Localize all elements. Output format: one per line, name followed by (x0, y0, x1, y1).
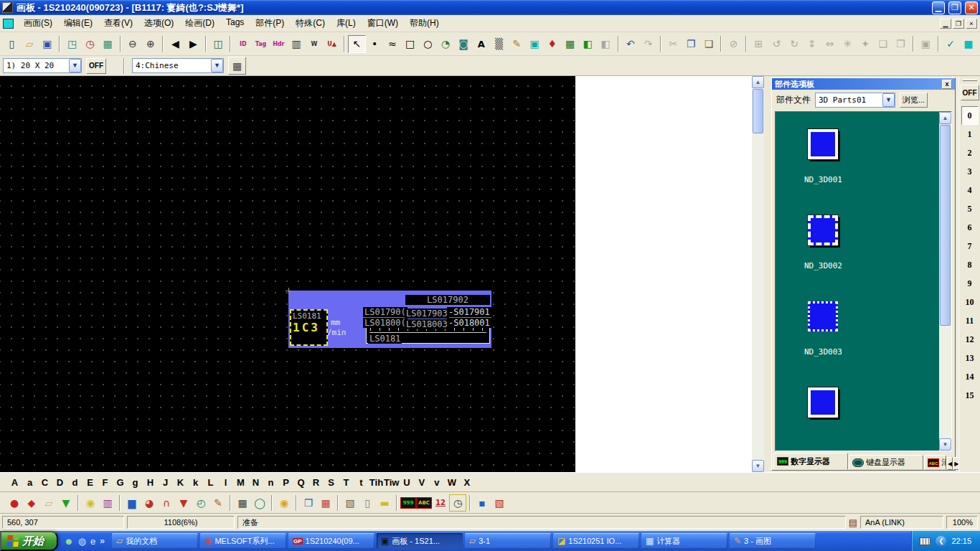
child-close-button[interactable]: × (966, 19, 977, 29)
text-tool-icon[interactable]: A (472, 35, 490, 53)
hmi-part-group[interactable]: LS0181 1C3 mm /min LS017902 LS01790( LS0… (288, 291, 491, 348)
scroll-down-icon[interactable]: ▼ (752, 460, 764, 472)
stripe-part-icon[interactable]: ▥ (288, 35, 306, 53)
palette-scrollbar[interactable]: ▲ ▼ (939, 112, 951, 451)
prev-screen-icon[interactable]: ◀ (166, 35, 184, 53)
letter-tool-button[interactable]: S (324, 477, 339, 488)
drawing-canvas[interactable]: LS0181 1C3 mm /min LS017902 LS01790( LS0… (0, 76, 575, 472)
trend-graph-icon[interactable]: ∩ (158, 494, 175, 512)
device-label[interactable]: LS0181 (368, 334, 402, 344)
tab-scroll-left-icon[interactable]: ◀ (947, 457, 953, 470)
state-button[interactable]: 15 (961, 386, 979, 405)
copy-icon[interactable]: ❐ (682, 35, 700, 53)
state-button[interactable]: 4 (961, 181, 979, 199)
menu-item[interactable]: Tags (220, 15, 250, 32)
send-back-icon[interactable]: ❐ (892, 35, 910, 53)
menu-item[interactable]: 部件(P) (250, 15, 290, 32)
parts-move-icon[interactable]: ▧ (341, 494, 359, 512)
part-nd-3d002[interactable]: ND_3D002 (776, 215, 939, 270)
center-icon[interactable]: ✦ (857, 35, 875, 53)
tab-numeric-display[interactable]: 999 数字显示器 (773, 453, 848, 470)
switch-key-icon[interactable]: ◆ (23, 494, 40, 512)
letter-tool-button[interactable]: X (459, 477, 474, 488)
oval-display-icon[interactable]: ◯ (251, 494, 268, 512)
menu-item[interactable]: 库(L) (331, 15, 362, 32)
minimize-button[interactable]: ▁ (932, 1, 945, 14)
check-pen-icon[interactable]: ✓ (942, 35, 960, 53)
clock-display-icon[interactable]: ◷ (449, 494, 466, 512)
menu-item[interactable]: 编辑(E) (58, 15, 98, 32)
fill-tool-icon[interactable]: ◙ (455, 35, 473, 53)
toolbar-grip[interactable] (963, 79, 977, 81)
pen-tool-icon[interactable]: ✎ (508, 35, 526, 53)
letter-tool-button[interactable]: G (113, 477, 128, 488)
device-label[interactable]: -S017901 (447, 307, 491, 317)
state-button[interactable]: 9 (961, 274, 979, 293)
chevron-icon[interactable]: » (100, 536, 105, 546)
flip-v-icon[interactable]: ⇕ (803, 35, 821, 53)
state-button[interactable]: 1 (961, 125, 979, 143)
dropdown-arrow-icon[interactable]: ▼ (882, 93, 895, 107)
undo-icon[interactable]: ↶ (622, 35, 640, 53)
flip-h-icon[interactable]: ⇔ (821, 35, 839, 53)
new-screen-icon[interactable]: ▯ (3, 35, 21, 53)
cube-3d-gray-icon[interactable]: ◧ (597, 35, 615, 53)
browse-button[interactable]: 浏览... (900, 93, 928, 108)
letter-tool-button[interactable]: n (263, 477, 278, 488)
part-preview[interactable] (808, 387, 838, 418)
language-bar-icon[interactable]: ❮ (936, 536, 946, 547)
lamp-icon[interactable]: ◉ (82, 494, 99, 512)
rotate-left-icon[interactable]: ↺ (768, 35, 786, 53)
app-icon[interactable] (2, 2, 13, 13)
part-preview[interactable] (808, 129, 838, 159)
part-preview[interactable] (808, 301, 838, 331)
select-cursor-icon[interactable]: ↖ (348, 35, 366, 53)
task-1s210251[interactable]: ◪ 1S210251 IO... (553, 533, 639, 549)
digital-999-icon[interactable]: 999 (400, 497, 416, 509)
dropdown-arrow-icon[interactable]: ▼ (211, 59, 223, 72)
scroll-thumb[interactable] (940, 125, 951, 326)
task-1s210240[interactable]: GP 1S210240(09... (288, 533, 374, 549)
date-display-icon[interactable]: 12 (432, 494, 449, 512)
paste-icon[interactable]: ❏ (700, 35, 718, 53)
letter-tool-button[interactable]: J (158, 477, 173, 488)
media-player-icon[interactable]: ◍ (78, 536, 86, 547)
letter-tool-button[interactable]: V (414, 477, 429, 488)
switch-tab-icon[interactable]: ▱ (40, 494, 57, 512)
child-restore-button[interactable]: ❐ (953, 19, 964, 29)
hatch-tool-icon[interactable]: ▒ (490, 35, 508, 53)
part-preview[interactable] (808, 215, 838, 245)
bring-front-icon[interactable]: ❏ (874, 35, 892, 53)
state-button[interactable]: 2 (961, 143, 979, 162)
letter-tool-button[interactable]: D (52, 477, 67, 488)
freeline-tool-icon[interactable]: ≈ (384, 35, 402, 53)
device-label[interactable]: LS017902 (405, 295, 490, 305)
numeric-display-part[interactable]: LS0181 1C3 (290, 309, 328, 346)
keypad-icon[interactable]: ▦ (234, 494, 251, 512)
alarm-lamp-icon[interactable]: ◉ (275, 494, 293, 512)
canvas-vertical-scrollbar[interactable]: ▲ ▼ (752, 76, 764, 472)
grid-size-select[interactable]: 1) 20 X 20 ▼ (3, 58, 82, 73)
letter-tool-button[interactable]: a (22, 477, 37, 488)
shape-parts-icon[interactable]: ▪ (473, 494, 491, 512)
state-button[interactable]: 10 (961, 293, 979, 311)
next-screen-icon[interactable]: ▶ (184, 35, 202, 53)
tab-keyboard-display[interactable]: 键盘显示器 (849, 455, 923, 470)
zoom-in-icon[interactable]: ⊕ (141, 35, 159, 53)
erase-icon[interactable]: ⊘ (725, 35, 743, 53)
device-label[interactable]: -S018001 (447, 318, 491, 328)
scroll-thumb[interactable] (753, 89, 763, 133)
panel-lamp-icon[interactable]: ▥ (99, 494, 116, 512)
letter-tool-button[interactable]: Tiw (384, 477, 399, 488)
close-button[interactable]: ✕ (965, 1, 978, 14)
state-button[interactable]: 11 (961, 311, 979, 330)
cut-icon[interactable]: ✂ (664, 35, 682, 53)
window-part-icon[interactable]: W (305, 35, 323, 53)
palette-title-bar[interactable]: 部件选项板 x (772, 78, 955, 90)
child-window-icon[interactable] (3, 19, 14, 29)
memo-icon[interactable]: ✎ (209, 494, 227, 512)
grid-off-button[interactable]: OFF (86, 58, 106, 74)
state-button[interactable]: 14 (961, 367, 979, 386)
menu-item[interactable]: 选项(O) (138, 15, 179, 32)
messenger-icon[interactable]: ☻ (64, 536, 74, 547)
